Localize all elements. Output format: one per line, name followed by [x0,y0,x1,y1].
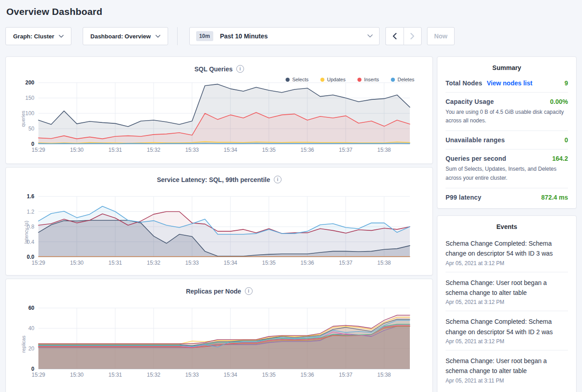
svg-text:15:29: 15:29 [32,147,45,153]
svg-text:15:36: 15:36 [300,372,314,378]
time-range-label: Past 10 Minutes [220,33,268,40]
svg-text:15:37: 15:37 [339,260,352,266]
svg-text:15:30: 15:30 [70,372,84,378]
event-timestamp: Apr 05, 2021 at 3:11 PM [446,378,568,384]
svg-text:15:29: 15:29 [32,372,45,378]
legend-label: Inserts [364,77,379,82]
unavailable-ranges-value: 0 [564,136,568,144]
info-icon[interactable]: i [236,65,244,73]
svg-text:1.6: 1.6 [27,193,34,200]
sql-queries-chart[interactable]: 05010015020015:2915:3015:3115:3215:3315:… [38,83,410,155]
svg-text:150: 150 [25,95,34,101]
legend-dot [391,78,395,82]
chevron-down-icon [367,34,373,38]
chevron-down-icon [59,35,64,38]
svg-text:15:30: 15:30 [70,260,84,266]
sidebar-column: Summary Total Nodes View nodes list 9 Ca… [437,56,577,392]
info-icon[interactable]: i [245,287,253,295]
controls-divider [177,27,178,45]
event-list-item: Schema Change: User root began a schema … [446,350,568,389]
p99-latency-label: P99 latency [446,194,481,201]
time-range-badge: 10m [196,31,213,41]
svg-text:15:31: 15:31 [108,372,122,378]
time-next-button[interactable] [404,27,422,45]
qps-value: 164.2 [552,155,568,162]
legend-item: Selects [286,77,309,82]
svg-text:15:34: 15:34 [224,260,237,266]
charts-column: SQL Queries i Selects Updates Inserts [5,56,433,392]
event-list-item: Schema Change: User root began a schema … [446,272,568,312]
event-text: Schema Change Completed: Schema change o… [446,317,568,337]
event-timestamp: Apr 05, 2021 at 3:12 PM [446,260,568,266]
replicas-per-node-panel: Replicas per Node i replicas 020406015:2… [5,279,433,392]
replicas-per-node-chart[interactable]: 020406015:2915:3015:3115:3215:3315:3415:… [38,308,410,380]
event-text: Schema Change Completed: Schema change o… [446,238,568,259]
chart-title: Replicas per Node [186,288,241,295]
time-range-selector[interactable]: 10m Past 10 Minutes [189,27,380,45]
total-nodes-value: 9 [564,79,568,87]
legend-dot [357,78,361,82]
chevron-left-icon [393,33,397,39]
legend-item: Inserts [357,77,379,82]
dashboard-dropdown-label: Dashboard: Overview [90,33,151,40]
events-panel: Events Schema Change Completed: Schema c… [437,215,577,392]
svg-text:15:32: 15:32 [147,260,160,266]
summary-row-p99: P99 latency 872.4 ms [446,188,568,206]
svg-text:15:38: 15:38 [377,372,391,378]
chevron-down-icon [155,35,160,38]
event-text: Schema Change: User root began a schema … [446,356,568,376]
graph-scope-dropdown[interactable]: Graph: Cluster [5,27,71,45]
legend-dot [320,78,324,82]
svg-text:15:29: 15:29 [32,260,45,266]
summary-row-qps: Queries per second 164.2 Sum of Selects,… [446,149,568,188]
y-axis-unit-label: latency (s) [23,221,29,244]
svg-text:15:33: 15:33 [185,260,199,266]
svg-text:60: 60 [28,305,35,311]
legend-label: Selects [292,77,309,82]
svg-text:20: 20 [28,345,35,352]
svg-text:15:36: 15:36 [300,147,314,153]
y-axis-unit-label: replicas [21,336,26,353]
legend-label: Updates [327,77,346,82]
svg-text:200: 200 [25,79,34,86]
legend-label: Deletes [398,77,414,82]
svg-text:15:33: 15:33 [185,372,199,378]
summary-row-unavailable-ranges: Unavailable ranges 0 [446,131,568,149]
page-title: Overview Dashboard [5,0,577,17]
total-nodes-label: Total Nodes [446,79,482,87]
svg-text:50: 50 [28,126,35,132]
legend-item: Deletes [391,77,414,82]
event-timestamp: Apr 05, 2021 at 3:12 PM [446,299,568,305]
qps-desc: Sum of Selects, Updates, Inserts, and De… [446,165,568,182]
time-step-buttons [385,27,422,45]
now-button[interactable]: Now [427,27,455,45]
svg-text:15:31: 15:31 [108,147,122,153]
view-nodes-list-link[interactable]: View nodes list [487,79,532,87]
svg-text:15:35: 15:35 [262,260,276,266]
svg-text:15:37: 15:37 [339,147,352,153]
time-prev-button[interactable] [385,27,404,45]
chevron-right-icon [410,33,414,39]
info-icon[interactable]: i [274,176,282,183]
graph-scope-label: Graph: Cluster [13,33,54,40]
sql-queries-panel: SQL Queries i Selects Updates Inserts [5,56,433,164]
event-list-item: Schema Change Completed: Schema change o… [446,311,568,350]
svg-text:15:38: 15:38 [377,260,391,266]
qps-label: Queries per second [446,155,506,162]
summary-title: Summary [446,57,568,74]
legend-dot [286,78,290,82]
capacity-usage-value: 0.00% [550,98,568,105]
svg-text:15:31: 15:31 [108,260,122,266]
service-latency-chart[interactable]: 0.00.40.81.21.615:2915:3015:3115:3215:33… [38,196,410,268]
svg-text:15:36: 15:36 [300,260,314,266]
svg-text:40: 40 [28,325,35,331]
svg-text:15:32: 15:32 [147,372,160,378]
capacity-usage-desc: You are using 0 B of 4.5 GiB usable disk… [446,108,568,125]
events-title: Events [446,216,568,233]
svg-text:15:32: 15:32 [147,147,160,153]
dashboard-dropdown[interactable]: Dashboard: Overview [83,27,168,45]
dashboard-controls: Graph: Cluster Dashboard: Overview 10m P… [5,27,577,45]
summary-panel: Summary Total Nodes View nodes list 9 Ca… [437,56,577,209]
svg-text:15:30: 15:30 [70,147,84,153]
svg-text:1.2: 1.2 [27,209,34,215]
